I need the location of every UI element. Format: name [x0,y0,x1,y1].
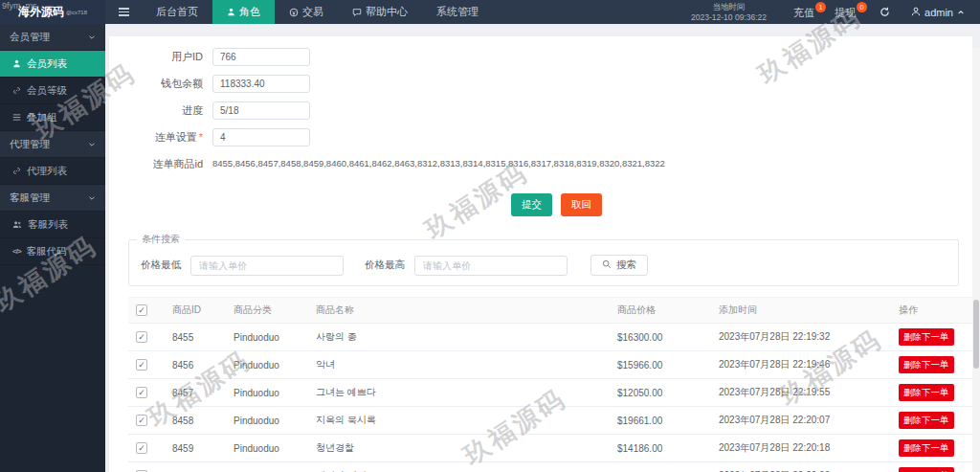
chevron-down-icon [88,141,96,148]
row-checkbox[interactable]: ✓ [136,442,147,454]
app-logo-sup: @cx718 [66,10,87,15]
sidebar-menu: 会员管理会员列表会员等级叠加组代理管理代理列表客服管理客服列表</>客服代码 [0,24,105,265]
sidebar-item-3[interactable]: 叠加组 [0,104,105,131]
product-time: 2023年07月28日 22:19:55 [711,379,891,407]
sidebar-item-label: 客服管理 [10,191,50,205]
sidebar-item-label: 会员管理 [10,31,50,44]
product-category: Pinduoduo [226,407,308,435]
product-price: $31589.00 [610,462,711,472]
scrollbar-thumb[interactable] [973,300,979,369]
nav-item-2[interactable]: 交易 [275,0,338,24]
delete-next-order-button[interactable]: 删除下一单 [899,439,954,457]
sidebar: 会员管理会员列表会员等级叠加组代理管理代理列表客服管理客服列表</>客服代码 [0,24,105,472]
product-name: 핸길의 비밀 [308,462,610,472]
sidebar-item-label: 代理列表 [27,165,67,178]
product-time: 2023年07月28日 22:20:18 [711,435,891,462]
sidebar-item-1[interactable]: 会员列表 [0,51,105,78]
product-name: 악녀 [308,351,610,379]
delete-next-order-button[interactable]: 删除下一单 [899,412,954,429]
row-checkbox[interactable]: ✓ [136,359,147,371]
sidebar-item-7[interactable]: 客服列表 [0,212,105,238]
combo-ids-value: 8455,8456,8457,8458,8459,8460,8461,8462,… [212,157,665,169]
column-header-4: 添加时间 [711,298,891,324]
product-price: $16300.00 [610,324,711,351]
local-time: 当地时间 2023-12-10 09:36:22 [672,2,786,22]
sidebar-item-8[interactable]: </>客服代码 [0,238,105,265]
row-checkbox[interactable]: ✓ [136,415,147,426]
table-row: ✓8459Pinduoduo청년경찰$14186.002023年07月28日 2… [128,435,973,462]
scrollbar[interactable] [972,48,980,472]
retrieve-button[interactable]: 取回 [561,193,602,216]
product-category: Pinduoduo [226,435,308,462]
product-price: $12050.00 [610,379,711,407]
form-row-user-id: 用户ID [128,48,959,66]
price-max-input[interactable] [414,256,568,276]
user-id-label: 用户ID [128,50,212,64]
user-icon [12,59,21,68]
users-icon [12,220,22,229]
withdraw-button[interactable]: 提现 0 [827,4,868,20]
recharge-button[interactable]: 充值 1 [786,4,827,20]
delete-next-order-button[interactable]: 删除下一单 [899,356,954,373]
product-category: Pinduoduo [226,379,308,407]
combo-ids-label: 连单商品id [128,157,212,171]
corner-watermark: 9fym_ms [2,1,37,11]
user-icon [911,7,921,18]
sidebar-item-label: 客服列表 [28,218,68,232]
product-category: Pinduoduo [226,351,308,379]
form-row-combo-ids: 连单商品id 8455,8456,8457,8458,8459,8460,846… [128,157,959,171]
form-row-progress: 进度 [128,101,959,120]
sidebar-item-label: 叠加组 [27,111,57,124]
code-icon: </> [12,247,21,256]
product-time: 2023年07月28日 22:19:32 [711,324,891,351]
product-id: 8460 [165,462,226,472]
row-checkbox[interactable]: ✓ [136,331,147,343]
refresh-icon[interactable] [868,7,902,17]
nav-item-0[interactable]: 后台首页 [142,0,212,24]
chevron-up-icon [957,7,965,18]
table-row: ✓8460Pinduoduo핸길의 비밀$31589.002023年07月28日… [128,462,973,472]
sidebar-item-5[interactable]: 代理列表 [0,158,105,185]
price-min-input[interactable] [190,256,344,276]
progress-input[interactable] [212,101,310,120]
delete-next-order-button[interactable]: 删除下一单 [899,467,954,472]
required-asterisk: * [199,131,203,143]
wallet-balance-input[interactable] [212,75,310,93]
products-table: ✓商品ID商品分类商品名称商品价格添加时间操作 ✓8455Pinduoduo사랑… [128,297,973,472]
submit-button[interactable]: 提交 [511,193,552,216]
nav-item-4[interactable]: 系统管理 [422,0,493,24]
user-id-input[interactable] [212,48,310,66]
nav-item-label: 角色 [239,5,260,19]
sidebar-item-label: 客服代码 [27,245,67,258]
combo-setting-input[interactable] [212,128,310,146]
link-icon [12,86,21,95]
search-button-label: 搜索 [616,258,636,272]
row-checkbox[interactable]: ✓ [136,387,147,398]
topbar-menu: 后台首页角色交易帮助中心系统管理 [142,0,493,24]
user-menu[interactable]: admin [902,7,980,18]
search-panel: 条件搜索 价格最低 价格最高 搜索 [128,233,959,286]
table-row: ✓8458Pinduoduo지옥의 묵시록$19661.002023年07月28… [128,407,973,435]
search-button[interactable]: 搜索 [590,255,648,276]
nav-item-3[interactable]: 帮助中心 [338,0,422,24]
sidebar-item-2[interactable]: 会员等级 [0,78,105,104]
select-all-checkbox[interactable]: ✓ [136,304,147,316]
local-time-label: 当地时间 [691,2,767,12]
delete-next-order-button[interactable]: 删除下一单 [899,328,954,346]
price-min-label: 价格最低 [141,258,181,272]
product-category: Pinduoduo [226,324,308,351]
product-name: 지옥의 묵시록 [308,407,610,435]
menu-toggle-icon[interactable] [105,0,142,24]
sidebar-group-4[interactable]: 代理管理 [0,131,105,158]
form-row-combo-setting: 连单设置* [128,128,959,146]
list-icon [12,113,21,122]
sidebar-group-6[interactable]: 客服管理 [0,185,105,212]
table-row: ✓8455Pinduoduo사랑의 종$16300.002023年07月28日 … [128,324,973,351]
nav-item-1[interactable]: 角色 [212,0,275,24]
sidebar-group-0[interactable]: 会员管理 [0,24,105,51]
nav-item-label: 后台首页 [156,5,198,19]
delete-next-order-button[interactable]: 删除下一单 [899,384,954,401]
table-row: ✓8456Pinduoduo악녀$15966.002023年07月28日 22:… [128,351,973,379]
search-panel-title: 条件搜索 [137,233,185,246]
topbar: 海外源码 @cx718 后台首页角色交易帮助中心系统管理 当地时间 2023-1… [0,0,980,24]
